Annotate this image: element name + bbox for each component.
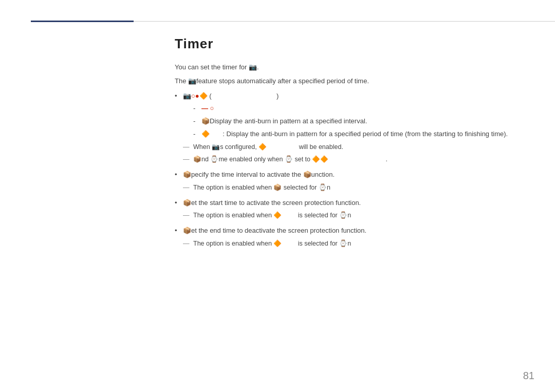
- intro-line-1: You can set the timer for 📷.: [175, 62, 524, 73]
- subnote-1-2: 📦nd ⌚me enabled only when ⌚ set to 🔶🔶 .: [183, 154, 524, 164]
- dash-list-1: — ○ 📦Display the anti-burn in pattern at…: [183, 103, 524, 139]
- subnote-3-1: The option is enabled when 🔶 is selected…: [183, 210, 524, 220]
- subnote-4-1: The option is enabled when 🔶 is selected…: [183, 238, 524, 249]
- subnote-1-1: When 📷s configured, 🔶 will be enabled.: [183, 142, 524, 152]
- top-bar-accent: [31, 21, 134, 22]
- bullet-item-4: 📦et the end time to deactivate the scree…: [175, 226, 524, 249]
- subnote-2-1: The option is enabled when 📦 selected fo…: [183, 182, 524, 193]
- bullet-item-2: 📦pecify the time interval to activate th…: [175, 170, 524, 193]
- main-content: Timer You can set the timer for 📷. The 📷…: [175, 36, 524, 361]
- dash2-highlight-p: 📦: [201, 117, 210, 125]
- page-number: 81: [523, 370, 534, 382]
- intro-line-2: The 📷feature stops automatically after a…: [175, 76, 524, 87]
- highlight-timer: 📷: [249, 63, 257, 71]
- bullet4-highlight: 📦: [183, 227, 191, 234]
- dash-item-1-2: 📦Display the anti-burn in pattern at a s…: [193, 116, 524, 127]
- dash-item-1-1: — ○: [193, 103, 524, 114]
- bullet2-highlight: 📦: [183, 171, 191, 178]
- top-bar-line: [134, 21, 555, 22]
- bullet2-highlight2: 📦: [303, 171, 311, 178]
- top-bar: [0, 21, 555, 22]
- bullet1-highlight1: 📷○●🔶: [183, 92, 208, 100]
- dash3-highlight-b: 🔶: [201, 130, 210, 138]
- bullet-item-1: 📷○●🔶 ( ) — ○ 📦Display the anti-burn in p…: [175, 91, 524, 164]
- bullet3-highlight: 📦: [183, 199, 191, 207]
- bullet1-bracket: [213, 92, 274, 100]
- dash1-highlight: — ○: [201, 104, 214, 112]
- page-title: Timer: [175, 36, 524, 52]
- highlight-feature: 📷: [188, 77, 196, 85]
- main-bullet-list: 📷○●🔶 ( ) — ○ 📦Display the anti-burn in p…: [175, 91, 524, 249]
- dash-item-1-3: 🔶 : Display the anti-burn in pattern for…: [193, 129, 524, 140]
- bullet-item-3: 📦et the start time to activate the scree…: [175, 198, 524, 221]
